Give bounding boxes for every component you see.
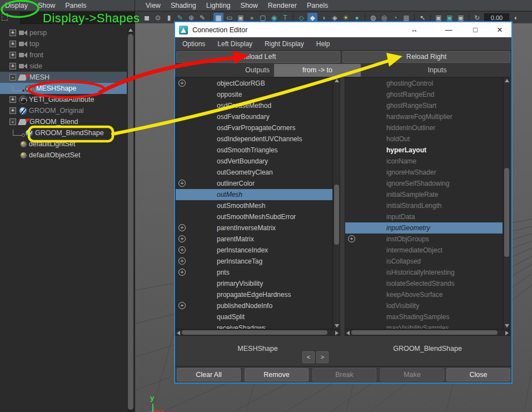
input-attribute-row-hyperLayout[interactable]: hyperLayout	[345, 145, 503, 156]
input-attribute-row-inputData[interactable]: inputData	[345, 211, 503, 222]
reload-left-button[interactable]: Reload Left	[176, 51, 340, 63]
expand-attribute-icon[interactable]: +	[178, 246, 186, 254]
output-attribute-row-outMesh[interactable]: outMesh	[176, 189, 332, 200]
output-attribute-row-receiveShadows[interactable]: receiveShadows	[176, 322, 332, 329]
close-button[interactable]: Close	[446, 368, 510, 381]
scroll-right-icon[interactable]	[505, 331, 509, 335]
expand-plus-icon[interactable]: +	[9, 63, 16, 70]
output-attribute-row-osdVertBoundary[interactable]: osdVertBoundary	[176, 156, 332, 167]
input-attribute-row-lodVisibility[interactable]: lodVisibility	[345, 300, 503, 311]
inputs-vertical-scrollbar[interactable]	[503, 77, 510, 329]
collapse-minus-icon[interactable]: -	[9, 74, 16, 81]
collapse-minus-icon[interactable]: -	[9, 118, 16, 125]
ce-menu-help[interactable]: Help	[310, 40, 336, 48]
viewport-menu-renderer[interactable]: Renderer	[263, 2, 302, 9]
output-attribute-row-parentMatrix[interactable]: +parentMatrix	[176, 234, 332, 245]
input-attribute-row-hiddenInOutliner[interactable]: hiddenInOutliner	[345, 122, 503, 133]
input-attribute-row-ignoreSelfShadowing[interactable]: ignoreSelfShadowing	[345, 178, 503, 189]
input-attribute-row-isHistoricallyInteresting[interactable]: isHistoricallyInteresting	[345, 267, 503, 278]
output-attribute-row-outSmoothMesh[interactable]: outSmoothMesh	[176, 200, 332, 211]
outliner-item-front[interactable]: +front	[0, 49, 127, 61]
viewport-menu-panels[interactable]: Panels	[302, 2, 333, 9]
input-attribute-row-ignoreHwShader[interactable]: ignoreHwShader	[345, 167, 503, 178]
scroll-right-icon[interactable]	[335, 331, 339, 335]
input-attribute-row-intermediateObject[interactable]: intermediateObject	[345, 245, 503, 256]
window-titlebar[interactable]: Connection Editor	[175, 22, 511, 37]
expand-attribute-icon[interactable]: +	[178, 80, 186, 87]
input-attribute-row-isCollapsed[interactable]: isCollapsed	[345, 256, 503, 267]
scroll-up-icon[interactable]	[335, 79, 339, 82]
input-attribute-row-keepAboveSurface[interactable]: keepAboveSurface	[345, 289, 503, 300]
expand-attribute-icon[interactable]: +	[178, 235, 186, 242]
scroll-thumb[interactable]	[182, 330, 327, 335]
scroll-left-icon[interactable]	[177, 331, 180, 335]
output-attribute-row-propagateEdgeHardness[interactable]: propagateEdgeHardness	[176, 289, 332, 300]
expand-plus-icon[interactable]: +	[9, 107, 16, 114]
outliner-item-defaultObjectSet[interactable]: defaultObjectSet	[0, 150, 127, 161]
selection-box-icon[interactable]	[2, 13, 8, 21]
scroll-thumb[interactable]	[504, 168, 509, 257]
dock-toggle-button[interactable]: ↔	[407, 22, 421, 37]
output-attribute-row-quadSplit[interactable]: quadSplit	[176, 311, 332, 322]
output-attribute-row-osdFvarBoundary[interactable]: osdFvarBoundary	[176, 111, 332, 122]
remove-button[interactable]: Remove	[245, 368, 309, 381]
expand-attribute-icon[interactable]: +	[348, 235, 355, 242]
ce-menu-right-display[interactable]: Right Display	[258, 40, 310, 48]
output-attribute-row-outlinerColor[interactable]: +outlinerColor	[176, 178, 332, 189]
direction-toggle-button[interactable]: from -> to	[274, 64, 361, 77]
outliner-item-MESH[interactable]: -MESH	[0, 72, 127, 83]
outliner-filter-field[interactable]	[20, 12, 135, 24]
outliner-item-persp[interactable]: +persp	[0, 27, 127, 38]
input-attribute-row-initialSampleRate[interactable]: initialSampleRate	[345, 189, 503, 200]
expand-attribute-icon[interactable]: +	[178, 224, 186, 231]
input-attribute-row-iconName[interactable]: iconName	[345, 156, 503, 167]
outliner-menu-display[interactable]: Display	[0, 2, 33, 9]
expand-attribute-icon[interactable]: +	[178, 302, 186, 309]
output-attribute-row-osdFvarPropagateCorners[interactable]: osdFvarPropagateCorners	[176, 122, 332, 133]
input-attribute-row-ghostRangeEnd[interactable]: ghostRangeEnd	[345, 89, 503, 100]
outliner-item-side[interactable]: +side	[0, 61, 127, 72]
outliner-item-GROOM_Original[interactable]: +GROOM_Original	[0, 105, 127, 116]
move-connection-right-button[interactable]: >	[316, 351, 329, 363]
input-attribute-row-holdOut[interactable]: holdOut	[345, 133, 503, 145]
maximize-button[interactable]: □	[469, 22, 482, 37]
scroll-up-icon[interactable]	[505, 79, 509, 82]
scroll-down-icon[interactable]	[505, 324, 509, 327]
move-connection-left-button[interactable]: <	[302, 351, 315, 363]
expand-plus-icon[interactable]: +	[9, 96, 16, 103]
output-attribute-row-perInstanceTag[interactable]: +perInstanceTag	[176, 256, 332, 267]
camera-attributes-icon[interactable]: ⊙	[153, 13, 163, 23]
outputs-vertical-scrollbar[interactable]	[333, 77, 340, 329]
input-attribute-row-ghostRangeStart[interactable]: ghostRangeStart	[345, 100, 503, 111]
output-attribute-row-osdSmoothTriangles[interactable]: osdSmoothTriangles	[176, 145, 332, 156]
output-attribute-row-parentInverseMatrix[interactable]: +parentInverseMatrix	[176, 222, 332, 234]
output-attribute-row-osdIndependentUVChannels[interactable]: osdIndependentUVChannels	[176, 133, 332, 145]
outliner-item-defaultLightSet[interactable]: defaultLightSet	[0, 138, 127, 150]
expand-attribute-icon[interactable]: +	[178, 180, 186, 187]
outputs-horizontal-scrollbar[interactable]	[175, 329, 340, 336]
scroll-up-icon[interactable]	[128, 28, 133, 32]
reload-right-button[interactable]: Reload Right	[342, 51, 510, 63]
outliner-scrollbar[interactable]	[127, 27, 134, 412]
input-attribute-row-hardwareFogMultiplier[interactable]: hardwareFogMultiplier	[345, 111, 503, 122]
camera-icon[interactable]: ◼	[142, 13, 152, 23]
output-attribute-row-osdCreaseMethod[interactable]: osdCreaseMethod	[176, 100, 332, 111]
input-attribute-row-isolateSelectedStrands[interactable]: isolateSelectedStrands	[345, 278, 503, 289]
input-attribute-row-ghostingControl[interactable]: ghostingControl	[345, 78, 503, 89]
expand-plus-icon[interactable]: +	[9, 41, 16, 47]
outliner-scroll-thumb[interactable]	[128, 34, 133, 410]
expand-plus-icon[interactable]: +	[9, 52, 16, 58]
output-attribute-row-publishedNodeInfo[interactable]: +publishedNodeInfo	[176, 300, 332, 311]
outliner-item-MESHShape[interactable]: MESHShape	[0, 83, 127, 94]
input-attribute-row-maxShadingSamples[interactable]: maxShadingSamples	[345, 311, 503, 322]
expand-attribute-icon[interactable]: +	[178, 257, 186, 265]
output-attribute-row-primaryVisibility[interactable]: primaryVisibility	[176, 278, 332, 289]
outliner-menu-panels[interactable]: Panels	[60, 2, 91, 9]
minimize-button[interactable]: —	[442, 22, 455, 37]
clear-all-button[interactable]: Clear All	[177, 368, 241, 381]
input-attribute-row-initialStrandLength[interactable]: initialStrandLength	[345, 200, 503, 211]
output-attribute-row-objectColorRGB[interactable]: +objectColorRGB	[176, 78, 332, 89]
viewport-menu-view[interactable]: View	[141, 2, 166, 9]
outliner-item-YETI_GlobalAttribute[interactable]: +YETI_GlobalAttribute	[0, 94, 127, 105]
outliner-item-GROOM_BlendShape[interactable]: GROOM_BlendShape	[0, 127, 127, 138]
